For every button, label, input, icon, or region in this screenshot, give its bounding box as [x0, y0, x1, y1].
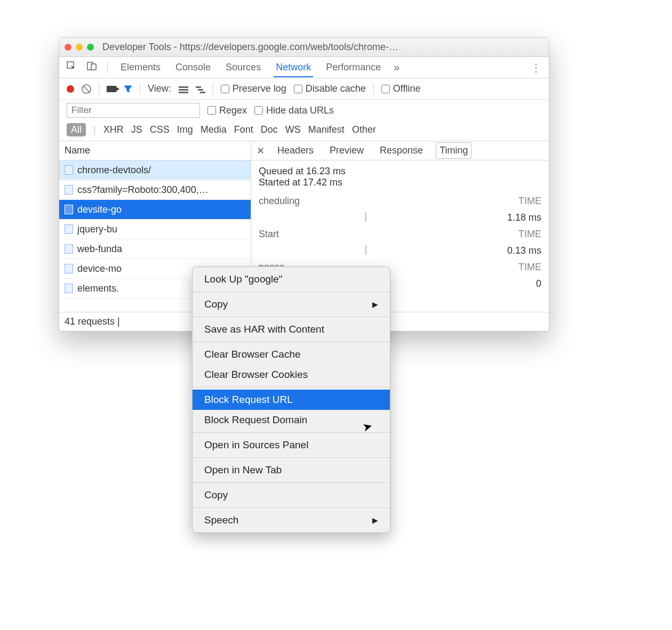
context-menu: Look Up "google"Copy▶Save as HAR with Co… — [192, 266, 390, 533]
tab-console[interactable]: Console — [173, 58, 213, 77]
menu-separator — [193, 342, 390, 342]
offline-checkbox[interactable]: Offline — [381, 83, 421, 94]
request-name: css?family=Roboto:300,400,… — [77, 184, 209, 196]
timing-caption: TIME — [518, 229, 541, 240]
menu-separator — [193, 317, 390, 317]
kebab-menu-icon[interactable]: ⋮ — [531, 61, 541, 74]
svg-rect-5 — [179, 92, 188, 93]
menu-item[interactable]: Block Request Domain — [193, 410, 390, 430]
timing-value: 0.13 ms — [507, 245, 541, 256]
menu-item[interactable]: Copy — [193, 485, 390, 505]
detail-tab-headers[interactable]: Headers — [274, 143, 317, 158]
submenu-arrow-icon: ▶ — [372, 300, 378, 309]
file-icon — [65, 205, 73, 214]
menu-separator — [193, 292, 390, 292]
close-detail-icon[interactable]: ✕ — [257, 145, 265, 157]
menu-item[interactable]: Look Up "google" — [193, 269, 390, 289]
menu-item-label: Block Request URL — [204, 394, 293, 406]
timing-section: StartTIME — [259, 229, 541, 240]
close-icon[interactable] — [65, 44, 71, 51]
type-all[interactable]: All — [67, 123, 86, 136]
request-row[interactable]: devsite-go — [59, 200, 251, 220]
type-media[interactable]: Media — [201, 124, 227, 135]
detail-tabs: ✕ Headers Preview Response Timing — [251, 141, 549, 160]
request-name: device-mo — [77, 263, 122, 274]
type-css[interactable]: CSS — [150, 124, 170, 135]
camera-icon[interactable] — [107, 86, 116, 92]
request-row[interactable]: web-funda — [59, 239, 251, 259]
record-icon[interactable] — [67, 85, 74, 93]
file-icon — [65, 244, 73, 254]
tab-performance[interactable]: Performance — [324, 58, 383, 77]
detail-tab-response[interactable]: Response — [377, 143, 426, 158]
regex-checkbox[interactable]: Regex — [207, 105, 247, 116]
filter-icon[interactable] — [124, 85, 132, 93]
inspect-icon[interactable] — [67, 61, 76, 74]
column-header-name[interactable]: Name — [59, 141, 251, 160]
menu-item[interactable]: Clear Browser Cache — [193, 344, 390, 365]
timing-value: 1.18 ms — [507, 212, 541, 223]
menu-item[interactable]: Open in Sources Panel — [193, 435, 390, 455]
tab-elements[interactable]: Elements — [118, 58, 163, 77]
disable-cache-checkbox[interactable]: Disable cache — [294, 83, 366, 94]
menu-item[interactable]: Clear Browser Cookies — [193, 365, 390, 385]
type-font[interactable]: Font — [234, 124, 253, 135]
request-row[interactable]: css?family=Roboto:300,400,… — [59, 180, 251, 200]
hide-data-urls-checkbox[interactable]: Hide data URLs — [254, 105, 334, 116]
file-icon — [65, 264, 73, 273]
file-icon — [65, 185, 73, 195]
menu-item-label: Clear Browser Cache — [204, 349, 301, 360]
timing-label: Start — [259, 229, 279, 240]
type-ws[interactable]: WS — [285, 124, 301, 135]
svg-rect-2 — [91, 64, 96, 70]
view-list-icon[interactable] — [179, 85, 188, 93]
menu-item-label: Block Request Domain — [204, 414, 307, 426]
timing-value: 0 — [536, 278, 541, 289]
preserve-log-checkbox[interactable]: Preserve log — [221, 83, 286, 94]
device-toggle-icon[interactable] — [87, 61, 97, 74]
request-name: devsite-go — [77, 204, 122, 215]
tab-sources[interactable]: Sources — [223, 58, 263, 77]
menu-item[interactable]: Save as HAR with Content — [193, 319, 390, 340]
timing-started: Started at 17.42 ms — [259, 177, 541, 188]
zoom-icon[interactable] — [87, 44, 94, 51]
network-toolbar: View: Preserve log Disable cache Offline — [59, 78, 549, 100]
type-js[interactable]: JS — [131, 124, 142, 135]
request-row[interactable]: jquery-bu — [59, 220, 251, 239]
menu-item-label: Speech — [204, 514, 238, 526]
timing-section: chedulingTIME — [259, 196, 541, 207]
separator — [140, 83, 140, 95]
menu-separator — [193, 387, 390, 387]
menu-item-label: Open in New Tab — [204, 464, 282, 476]
clear-icon[interactable] — [82, 84, 91, 94]
request-name: chrome-devtools/ — [77, 165, 151, 176]
menu-item[interactable]: Open in New Tab — [193, 460, 390, 480]
status-text: 41 requests | — [65, 316, 120, 327]
detail-tab-preview[interactable]: Preview — [326, 143, 367, 158]
filter-input[interactable] — [67, 103, 200, 118]
svg-rect-8 — [200, 92, 205, 93]
tab-network[interactable]: Network — [274, 58, 313, 77]
request-row[interactable]: chrome-devtools/ — [59, 160, 251, 180]
type-other[interactable]: Other — [352, 124, 376, 135]
separator — [373, 83, 374, 95]
menu-item[interactable]: Block Request URL — [193, 390, 390, 410]
type-img[interactable]: Img — [177, 124, 193, 135]
view-label: View: — [148, 83, 171, 94]
type-manifest[interactable]: Manifest — [308, 124, 345, 135]
view-waterfall-icon[interactable] — [196, 85, 205, 93]
menu-item-label: Clear Browser Cookies — [204, 369, 308, 381]
window-title: Developer Tools - https://developers.goo… — [102, 42, 398, 53]
type-xhr[interactable]: XHR — [103, 124, 124, 135]
type-filter-bar: All | XHR JS CSS Img Media Font Doc WS M… — [59, 121, 549, 141]
menu-item[interactable]: Speech▶ — [193, 510, 390, 530]
svg-rect-6 — [196, 86, 201, 88]
more-tabs-icon[interactable]: » — [394, 61, 399, 74]
detail-tab-timing[interactable]: Timing — [436, 142, 471, 159]
request-name: jquery-bu — [77, 224, 117, 235]
menu-separator — [193, 432, 390, 433]
panel-tabs: Elements Console Sources Network Perform… — [59, 57, 549, 78]
menu-item[interactable]: Copy▶ — [193, 294, 390, 314]
minimize-icon[interactable] — [76, 44, 83, 51]
type-doc[interactable]: Doc — [261, 124, 278, 135]
